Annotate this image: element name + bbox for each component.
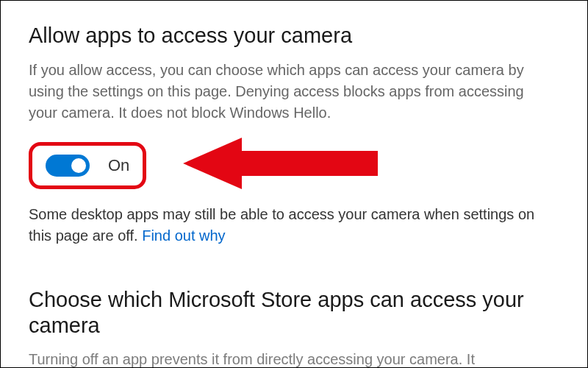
allow-apps-heading: Allow apps to access your camera — [29, 23, 559, 49]
note-text-part: Some desktop apps may still be able to a… — [29, 206, 534, 244]
camera-access-toggle-row: On — [29, 142, 559, 189]
choose-apps-description-cutoff: Turning off an app prevents it from dire… — [29, 349, 551, 368]
toggle-knob — [71, 158, 86, 173]
annotation-highlight-box: On — [29, 142, 146, 189]
toggle-state-label: On — [108, 156, 129, 175]
desktop-apps-note: Some desktop apps may still be able to a… — [29, 204, 551, 247]
find-out-why-link[interactable]: Find out why — [142, 227, 225, 244]
choose-apps-heading: Choose which Microsoft Store apps can ac… — [29, 287, 559, 339]
camera-access-toggle[interactable] — [46, 155, 90, 177]
svg-marker-0 — [183, 138, 378, 189]
allow-apps-description: If you allow access, you can choose whic… — [29, 60, 551, 124]
arrow-annotation — [183, 138, 381, 192]
